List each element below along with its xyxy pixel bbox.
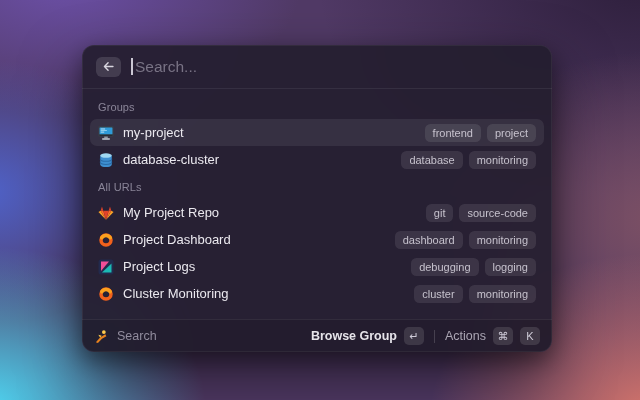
tag-badge: logging — [485, 258, 536, 276]
app-logo-icon — [94, 329, 109, 344]
primary-action-label: Browse Group — [311, 329, 397, 343]
list-item[interactable]: database-clusterdatabasemonitoring — [90, 146, 544, 173]
kibana-icon — [98, 259, 114, 275]
footer-status-label: Search — [117, 329, 157, 343]
tag-badge: source-code — [459, 204, 536, 222]
actions-menu-action[interactable]: Actions ⌘ K — [445, 327, 540, 345]
search-input[interactable] — [133, 58, 538, 76]
item-tags: debugginglogging — [411, 258, 536, 276]
desktop-icon — [98, 125, 114, 141]
arrow-left-icon — [102, 60, 115, 73]
list-item[interactable]: Project Logsdebugginglogging — [90, 253, 544, 280]
enter-key-badge: ↵ — [404, 327, 424, 345]
footer-actions: Browse Group ↵ Actions ⌘ K — [311, 327, 540, 345]
footer-divider — [434, 330, 435, 343]
list-item[interactable]: Project Dashboarddashboardmonitoring — [90, 226, 544, 253]
list-item[interactable]: Cluster Monitoringclustermonitoring — [90, 280, 544, 307]
launcher-window: Groups my-projectfrontendproject databas… — [82, 45, 552, 352]
item-title: database-cluster — [123, 152, 219, 167]
tag-badge: cluster — [414, 285, 462, 303]
list-item[interactable]: My Project Repogitsource-code — [90, 199, 544, 226]
item-tags: gitsource-code — [426, 204, 536, 222]
item-title: My Project Repo — [123, 205, 219, 220]
item-title: Cluster Monitoring — [123, 286, 229, 301]
actions-label: Actions — [445, 329, 486, 343]
section-header: Groups — [90, 93, 544, 119]
cmd-key-badge: ⌘ — [493, 327, 513, 345]
section-header: All URLs — [90, 173, 544, 199]
back-button[interactable] — [96, 57, 121, 77]
tag-badge: frontend — [425, 124, 481, 142]
tag-badge: monitoring — [469, 285, 536, 303]
tag-badge: dashboard — [395, 231, 463, 249]
list-item[interactable]: my-projectfrontendproject — [90, 119, 544, 146]
item-title: Project Dashboard — [123, 232, 231, 247]
item-tags: databasemonitoring — [401, 151, 536, 169]
tag-badge: monitoring — [469, 151, 536, 169]
grafana-icon — [98, 232, 114, 248]
results-list: Groups my-projectfrontendproject databas… — [82, 89, 552, 319]
item-title: my-project — [123, 125, 184, 140]
tag-badge: git — [426, 204, 454, 222]
k-key-badge: K — [520, 327, 540, 345]
tag-badge: database — [401, 151, 462, 169]
gitlab-icon — [98, 205, 114, 221]
database-icon — [98, 152, 114, 168]
search-bar — [82, 45, 552, 89]
item-tags: frontendproject — [425, 124, 536, 142]
item-tags: dashboardmonitoring — [395, 231, 536, 249]
browse-group-action[interactable]: Browse Group ↵ — [311, 327, 424, 345]
grafana-icon — [98, 286, 114, 302]
item-title: Project Logs — [123, 259, 195, 274]
tag-badge: project — [487, 124, 536, 142]
tag-badge: debugging — [411, 258, 478, 276]
item-tags: clustermonitoring — [414, 285, 536, 303]
footer-bar: Search Browse Group ↵ Actions ⌘ K — [82, 319, 552, 352]
tag-badge: monitoring — [469, 231, 536, 249]
